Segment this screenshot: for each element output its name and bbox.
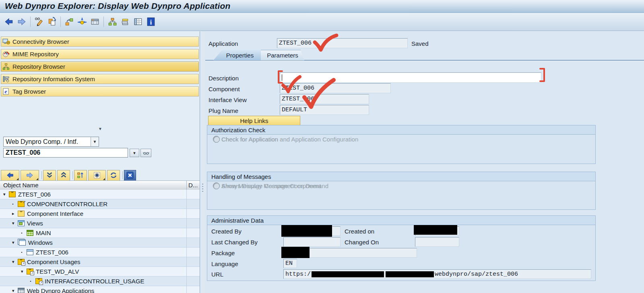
- expander-icon[interactable]: [21, 230, 27, 236]
- sidebar-browser-button[interactable]: Connectivity Browser: [1, 37, 199, 47]
- object-tree: ZTEST_006 COMPONENTCONTROLLER Component …: [0, 190, 200, 293]
- description-input[interactable]: [280, 72, 541, 83]
- table-view-button[interactable]: [132, 15, 144, 28]
- tab-parameters[interactable]: Parameters: [261, 50, 304, 60]
- full-view-button[interactable]: [88, 170, 106, 181]
- tree-row[interactable]: ZTEST_006: [0, 190, 200, 199]
- views-icon: [18, 220, 25, 226]
- connectivity-icon: [2, 38, 10, 45]
- language-field[interactable]: EN: [283, 259, 297, 268]
- expander-icon[interactable]: [12, 211, 18, 216]
- navigate-forward-button[interactable]: [21, 170, 39, 181]
- expander-icon[interactable]: [12, 201, 18, 207]
- page-title: Web Dynpro Explorer: Display Web Dynpro …: [5, 1, 231, 11]
- toolbar-separator: [103, 16, 104, 27]
- object-name-input[interactable]: ZTEST_006: [3, 148, 128, 158]
- window-icon: [27, 249, 33, 255]
- collapse-handle-button[interactable]: ▼: [96, 126, 105, 131]
- tree-row[interactable]: Web Dynpro Applications: [0, 286, 200, 293]
- plug-name-field[interactable]: DEFAULT: [280, 105, 369, 115]
- expander-icon[interactable]: [12, 240, 18, 245]
- sidebar-browser-button[interactable]: Tag Browser: [1, 86, 199, 96]
- mime-icon: [2, 51, 10, 57]
- help-links-button[interactable]: Help Links: [208, 116, 300, 125]
- changed-on-label: Changed On: [345, 239, 379, 246]
- usages-icon: [27, 268, 33, 275]
- object-type-select[interactable]: Web Dynpro Comp. / Intf. ▼: [3, 137, 99, 147]
- info-button[interactable]: [144, 15, 157, 28]
- expander-icon[interactable]: [12, 259, 18, 264]
- display-object-button[interactable]: [140, 149, 151, 157]
- expander-icon[interactable]: [21, 269, 27, 274]
- tree-row[interactable]: INTERFACECONTROLLER_USAGE: [0, 277, 200, 286]
- tree-row[interactable]: Views: [0, 219, 200, 228]
- collapse-all-button[interactable]: [43, 170, 56, 181]
- sidebar-browser-button[interactable]: MIME Repository: [1, 49, 199, 59]
- status-text: Saved: [411, 40, 429, 47]
- component-icon: [9, 191, 16, 197]
- redaction-box: [414, 225, 457, 235]
- workbench-button[interactable]: [89, 15, 101, 28]
- previous-object-button[interactable]: [63, 15, 76, 28]
- tree-row[interactable]: ZTEST_006: [0, 248, 200, 257]
- tree-row[interactable]: TEST_WD_ALV: [0, 267, 200, 277]
- tree-header: Object Name D...: [0, 180, 200, 190]
- usage-icon: [35, 278, 42, 284]
- authorization-check-group: Authorization Check Check for Applicatio…: [207, 125, 596, 164]
- title-bar: Web Dynpro Explorer: Display Web Dynpro …: [0, 0, 644, 13]
- chevron-down-icon: ▼: [91, 137, 99, 146]
- tree-row[interactable]: Windows: [0, 238, 200, 248]
- browser-button-list: Connectivity Browser MIME Repository Rep…: [1, 37, 199, 99]
- expander-icon[interactable]: [12, 288, 18, 293]
- value-help-dropdown-button[interactable]: ▼: [130, 149, 139, 157]
- d-column-header[interactable]: D...: [188, 182, 198, 189]
- toolbar-separator: [60, 16, 61, 27]
- forward-button[interactable]: [15, 15, 28, 28]
- tab-properties[interactable]: Properties: [213, 50, 261, 60]
- description-label: Description: [208, 75, 239, 82]
- changed-on-field[interactable]: [415, 237, 459, 247]
- tree-row[interactable]: MAIN: [0, 228, 200, 238]
- radio-button-icon: [213, 182, 220, 189]
- tree-row[interactable]: Component Interface: [0, 209, 200, 219]
- view-icon: [27, 230, 33, 236]
- refresh-tree-button[interactable]: [107, 170, 120, 181]
- plug-name-label: Plug Name: [208, 107, 238, 114]
- repo-info-icon: [2, 76, 10, 82]
- expand-all-button[interactable]: [57, 170, 70, 181]
- panel-splitter[interactable]: [200, 31, 205, 293]
- stack-button[interactable]: [119, 15, 132, 28]
- sap-gui-window: Web Dynpro Explorer: Display Web Dynpro …: [0, 0, 644, 293]
- sidebar-browser-button[interactable]: Repository Information System: [1, 74, 199, 84]
- tree-row[interactable]: COMPONENTCONTROLLER: [0, 199, 200, 209]
- sidebar-browser-button[interactable]: Repository Browser: [1, 61, 199, 72]
- expander-icon[interactable]: [12, 221, 18, 226]
- back-button[interactable]: [2, 15, 15, 28]
- interface-view-field[interactable]: ZTEST_006: [280, 94, 369, 104]
- close-browser-button[interactable]: [124, 170, 136, 181]
- tree-row[interactable]: Component Usages: [0, 257, 200, 267]
- navigation-arrows-button[interactable]: [76, 15, 89, 28]
- created-by-label: Created By: [211, 228, 242, 235]
- object-name-column-header[interactable]: Object Name: [3, 182, 39, 189]
- component-field[interactable]: ZTEST_006: [280, 83, 391, 93]
- component-label: Component: [208, 86, 240, 92]
- message-handling-group: Handling of Messages Show Message Compon…: [207, 172, 596, 210]
- splitter-grip[interactable]: [202, 183, 204, 193]
- navigate-back-button[interactable]: [1, 170, 19, 181]
- group-title: Administrative Data: [207, 216, 595, 225]
- application-panel: Application ZTEST_006 Saved Properties P…: [205, 31, 644, 293]
- expander-icon[interactable]: [3, 192, 9, 197]
- radio-option: Always Display Message Component: [213, 181, 321, 190]
- url-field[interactable]: https:/webdynpro/sap/ztest_006: [283, 269, 591, 279]
- expander-icon[interactable]: [21, 249, 27, 256]
- navigation-panel: Connectivity Browser MIME Repository Rep…: [0, 31, 200, 293]
- last-changed-by-field[interactable]: [283, 237, 341, 247]
- object-list-button[interactable]: [106, 15, 119, 28]
- display-change-button[interactable]: [33, 15, 45, 28]
- repository-icon: [2, 63, 10, 70]
- sort-hierarchy-button[interactable]: [74, 170, 87, 181]
- application-field[interactable]: ZTEST_006: [277, 38, 408, 48]
- expander-icon[interactable]: [30, 278, 35, 285]
- refresh-object-button[interactable]: [45, 15, 58, 28]
